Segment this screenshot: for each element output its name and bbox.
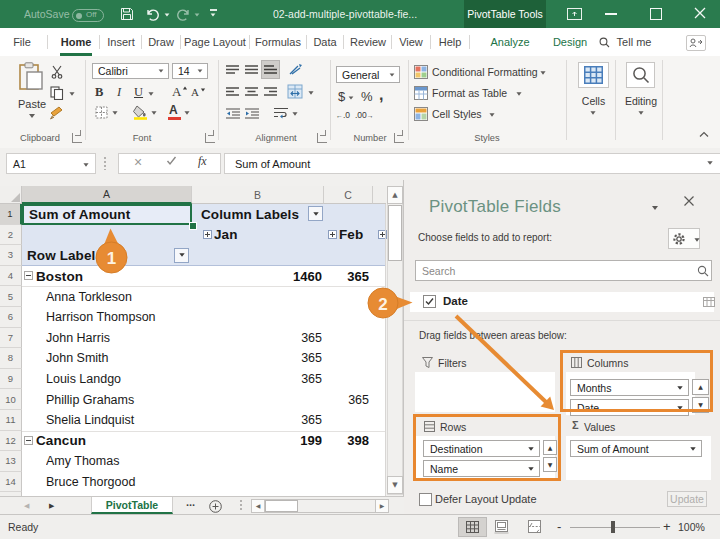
select-all-corner[interactable]: [0, 186, 22, 204]
collapse-ribbon-icon[interactable]: [699, 131, 709, 138]
format-as-table-dropdown-icon[interactable]: [516, 92, 521, 95]
expand-feb-icon[interactable]: [328, 230, 337, 239]
cell-a1-selected[interactable]: Sum of Amount: [22, 204, 192, 225]
paste-label[interactable]: Paste: [14, 98, 50, 110]
merge-dropdown-icon[interactable]: [308, 91, 313, 94]
align-bottom-selected[interactable]: [261, 60, 280, 79]
cell-a9[interactable]: Louis Landgo: [46, 369, 192, 390]
v-scrollbar-thumb[interactable]: [388, 205, 402, 261]
underline-dropdown-icon[interactable]: [148, 92, 153, 95]
h-scrollbar-thumb[interactable]: [265, 500, 298, 512]
tab-page-layout[interactable]: Page Layout: [183, 28, 247, 56]
copy-dropdown-icon[interactable]: [69, 92, 74, 95]
formula-input[interactable]: Sum of Amount: [224, 153, 720, 174]
tab-formulas[interactable]: Formulas: [253, 28, 303, 56]
column-labels-filter-icon[interactable]: [308, 206, 323, 221]
tab-file[interactable]: File: [4, 28, 40, 56]
update-button[interactable]: Update: [667, 491, 707, 507]
collapse-boston-icon[interactable]: [24, 271, 33, 280]
field-list-row-date[interactable]: Date: [410, 292, 714, 312]
align-middle-icon[interactable]: [245, 65, 258, 75]
rows-field-destination[interactable]: Destination: [423, 440, 540, 457]
number-format-combo[interactable]: General: [336, 66, 400, 83]
merge-center-icon[interactable]: [287, 84, 303, 99]
enter-icon[interactable]: [166, 155, 177, 166]
sheet-tab-pivottable[interactable]: PivotTable: [91, 497, 173, 514]
view-normal-button[interactable]: [458, 517, 487, 537]
format-painter-icon[interactable]: [49, 105, 65, 120]
align-top-icon[interactable]: [226, 65, 239, 75]
cells-dropdown-icon[interactable]: [590, 111, 595, 114]
formula-bar-splitter[interactable]: [104, 157, 106, 170]
column-header-a[interactable]: A: [22, 186, 192, 204]
tabbar-splitter[interactable]: [240, 500, 242, 511]
cell-c4[interactable]: 365: [324, 266, 369, 287]
orientation-icon[interactable]: [288, 62, 303, 76]
font-size-combo[interactable]: 14: [172, 63, 208, 79]
columns-field-months[interactable]: Months: [570, 379, 689, 396]
font-dialog-launcher-icon[interactable]: [205, 133, 215, 143]
format-as-table-button[interactable]: Format as Table: [432, 87, 507, 99]
row-header-11[interactable]: 11: [0, 410, 22, 431]
row-header-6[interactable]: 6: [0, 307, 22, 328]
cell-styles-dropdown-icon[interactable]: [489, 113, 494, 116]
new-sheet-icon[interactable]: [209, 500, 222, 513]
decrease-decimal-button[interactable]: .00→: [355, 110, 374, 120]
decrease-indent-icon[interactable]: [226, 108, 240, 119]
cell-a5[interactable]: Anna Torkleson: [46, 286, 192, 307]
cell-a11[interactable]: Shelia Lindquist: [46, 410, 192, 431]
borders-dropdown-icon[interactable]: [112, 111, 117, 114]
cell-a13[interactable]: Amy Thomas: [46, 451, 192, 472]
expand-jan-icon[interactable]: [203, 230, 212, 239]
row-header-14[interactable]: 14: [0, 472, 22, 493]
cell-b11[interactable]: 365: [198, 410, 322, 431]
editing-icon[interactable]: [632, 66, 650, 84]
cell-b1[interactable]: Column Labels: [198, 204, 324, 225]
maximize-button[interactable]: [650, 8, 662, 20]
copy-icon[interactable]: [50, 86, 64, 100]
row-header-9[interactable]: 9: [0, 369, 22, 390]
rows-scroll-down-icon[interactable]: ▼: [543, 457, 557, 472]
tab-view[interactable]: View: [395, 28, 427, 56]
cell-a7[interactable]: John Harris: [46, 328, 192, 349]
cells-button-label[interactable]: Cells: [578, 95, 609, 107]
cell-b4[interactable]: 1460: [198, 266, 322, 287]
tab-data[interactable]: Data: [310, 28, 340, 56]
close-button[interactable]: [693, 6, 707, 20]
rows-field-name[interactable]: Name: [423, 460, 540, 477]
row-header-1[interactable]: 1: [0, 204, 22, 225]
alignment-dialog-launcher-icon[interactable]: [317, 133, 327, 143]
zoom-out-button[interactable]: -: [557, 519, 561, 534]
conditional-formatting-dropdown-icon[interactable]: [540, 71, 545, 74]
zoom-slider-handle[interactable]: [611, 521, 615, 533]
row-labels-filter-icon[interactable]: [174, 248, 189, 263]
cell-c10[interactable]: 365: [324, 389, 369, 410]
row-header-10[interactable]: 10: [0, 389, 22, 410]
sheet-tabs-more[interactable]: ...: [186, 496, 195, 508]
tab-design[interactable]: Design: [548, 28, 592, 56]
cells-icon[interactable]: [584, 66, 603, 84]
cell-a10[interactable]: Phillip Grahams: [46, 389, 192, 410]
defer-layout-checkbox[interactable]: [419, 493, 432, 506]
fill-handle[interactable]: [189, 222, 197, 230]
zoom-slider-track[interactable]: [570, 527, 660, 529]
cancel-icon[interactable]: ×: [134, 154, 142, 170]
columns-scroll-down-icon[interactable]: ▼: [692, 397, 709, 413]
cell-a12[interactable]: Cancun: [36, 431, 192, 452]
percent-style-button[interactable]: %: [361, 89, 373, 104]
wrap-dropdown-icon[interactable]: [292, 112, 297, 115]
conditional-formatting-button[interactable]: Conditional Formatting: [432, 66, 538, 78]
increase-decimal-button[interactable]: ←.0: [336, 110, 350, 120]
name-box-dropdown-icon[interactable]: [83, 163, 88, 166]
wrap-text-icon[interactable]: [274, 107, 288, 119]
cell-a8[interactable]: John Smith: [46, 348, 192, 369]
tab-draw[interactable]: Draw: [145, 28, 177, 56]
tab-insert[interactable]: Insert: [103, 28, 139, 56]
collapse-cancun-icon[interactable]: [24, 436, 33, 445]
tools-button[interactable]: [668, 228, 700, 249]
ribbon-display-options-icon[interactable]: [567, 8, 582, 20]
tab-review[interactable]: Review: [347, 28, 389, 56]
sheet-nav-prev-icon[interactable]: ◀: [24, 503, 29, 510]
zoom-in-button[interactable]: +: [663, 519, 671, 534]
font-color-dropdown-icon[interactable]: [184, 111, 189, 114]
